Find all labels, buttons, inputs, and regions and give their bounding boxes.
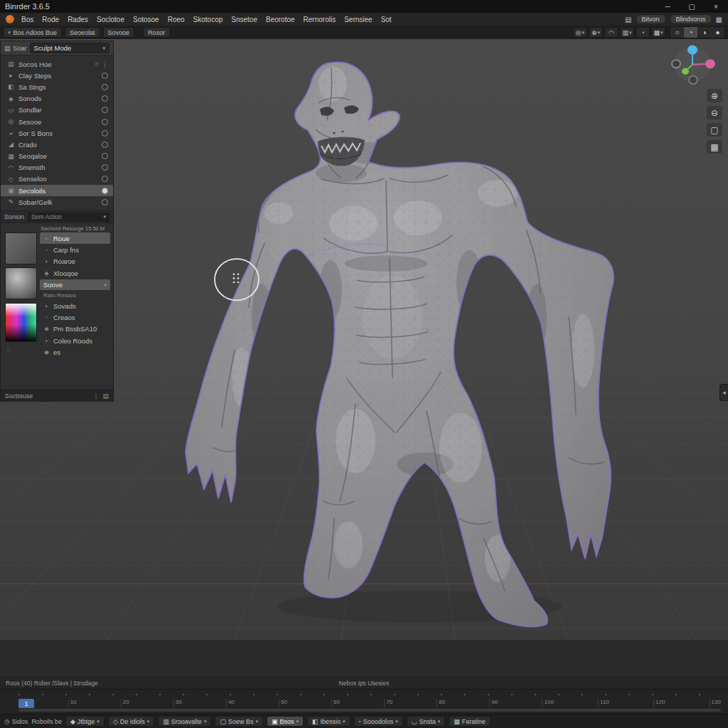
bottom-button[interactable]: ▫ Sooodolos ▾ [354,716,403,727]
menu-tab[interactable]: Sovooe [103,27,135,38]
bottom-button[interactable]: ◇ De Idiols ▾ [108,716,154,727]
menu-item[interactable]: Sot [377,16,396,23]
gizmo-z-axis[interactable] [687,45,697,54]
minimize-button[interactable]: ─ [655,0,680,13]
tool-toggle[interactable] [102,153,108,159]
tool-row[interactable]: ◇ Senseloo [1,173,113,185]
gizmo-y-axis[interactable] [682,68,689,75]
brush-option[interactable]: ▫ Carp fns [40,245,110,255]
timeline-scrollbar[interactable] [18,709,721,712]
maximize-button[interactable]: ▢ [680,0,704,13]
more-icon[interactable]: ⋮ [92,392,99,400]
tool-toggle[interactable] [102,188,108,194]
layers-icon[interactable]: ▦ [716,16,722,23]
color-picker[interactable] [5,303,37,342]
bottom-button[interactable]: ▦ Faratine [449,716,491,727]
brush-option[interactable]: ▪ Roue [40,232,110,243]
timeline-ruler[interactable]: 1 10 20 30 40 50 60 70 80 90 100 110 120… [18,699,721,707]
magnet-icon[interactable]: ◠ [604,27,619,38]
tool-row[interactable]: ◒ Sor S Bons [1,127,113,139]
menu-item[interactable]: Beorotoe [262,16,299,23]
tool-toggle[interactable] [102,95,108,102]
bottom-button[interactable]: ▥ Srooavalte ▾ [158,716,211,727]
scene-icon[interactable]: ▤ [625,16,631,23]
brush-option[interactable]: ▪ Roaroe [40,256,110,267]
brush-setting-item[interactable]: ▫ Creaos [40,312,110,323]
tool-toggle[interactable] [102,130,108,136]
brush-preview-thumbnail[interactable] [5,232,37,264]
gizmo-z-neg[interactable] [689,76,697,84]
strength-input[interactable]: Soove ▾ [40,279,110,290]
xray-icon[interactable]: ◔ [636,27,650,38]
overlays-icon[interactable]: ▥▾ [620,27,634,38]
editor-mode-tab[interactable]: ▾ Bos Adoos Bue [3,27,62,38]
tool-toggle[interactable] [102,119,108,125]
more-icon[interactable]: ⋮ [102,60,108,68]
brush-option[interactable]: ◈ Xlooqoe [40,268,110,279]
shading-rendered-icon[interactable]: ● [711,27,724,38]
reset-color-icon[interactable]: ◌ [6,345,11,353]
menu-item[interactable]: Sotosoe [129,16,164,23]
timeline-playhead[interactable]: 1 [18,699,34,708]
bottom-button[interactable]: ◆ Jtbtge ▾ [65,716,105,727]
zoom-in-icon[interactable]: ⊕ [707,89,722,102]
brush-setting-item[interactable]: ◉ es [40,347,110,358]
menu-item[interactable]: Rades [63,16,92,23]
history-icon[interactable]: ○ [95,60,99,68]
tool-toggle[interactable] [102,141,108,148]
bottom-button[interactable]: ▢ Soew Bs ▾ [215,716,263,727]
menu-item[interactable]: Rernorolis [299,16,341,23]
editor-type-icon[interactable]: ▤ [4,45,11,52]
tool-row[interactable]: ▸ Clay Steps [1,70,113,81]
menu-item[interactable]: Snsetoe [227,16,262,23]
scene-selector[interactable]: Bitvon [636,14,666,24]
tool-row[interactable]: ▦ Seoqaloe [1,151,113,162]
timeline[interactable]: 1 10 20 30 40 50 60 70 80 90 100 110 120… [0,689,728,714]
bottom-button-active[interactable]: ▣ Bsos ▾ [267,716,304,727]
menu-item[interactable]: Roeo [164,16,189,23]
list-icon[interactable]: ▤ [102,392,109,400]
gizmo-x-neg[interactable] [672,60,680,68]
mode-dropdown[interactable]: Sculpt Mode ▾ [30,43,109,53]
bottom-button[interactable]: ◧ Ibessio ▾ [307,716,350,727]
tool-row[interactable]: ✎ Sobar/Gelk [1,196,113,208]
tool-button[interactable]: Rosor [143,27,170,38]
tool-toggle[interactable] [102,73,108,79]
keying-label[interactable]: Roboils be [31,718,62,725]
menu-item[interactable]: Skotocop [189,16,228,23]
brush-setting-item[interactable]: ▪ Sovads [40,300,110,311]
tool-row[interactable]: ◢ Crado [1,139,113,150]
tool-toggle[interactable] [102,84,108,90]
snap-toggle-icon[interactable]: ⊕▾ [589,27,603,38]
tool-toggle[interactable] [102,164,108,171]
close-button[interactable]: × [704,0,728,13]
tool-row[interactable]: ▭ Sondlar [1,105,113,116]
tool-toggle[interactable] [102,199,108,205]
gizmo-toggle-icon[interactable]: ◎▾ [573,27,587,38]
sidebar-collapse-arrow[interactable]: ◂ [719,384,728,401]
blender-logo-icon[interactable] [6,15,14,23]
menu-item[interactable]: Sernsiee [340,16,376,23]
tool-row[interactable]: ◈ Sonods [1,93,113,105]
tool-row[interactable]: ▤ Socos Hoe ○⋮ [1,58,113,70]
tool-row-selected[interactable]: ▣ Secoloils [1,185,113,196]
playback-label[interactable]: ◷ Sidos [4,718,28,725]
bottom-button[interactable]: ◡ Snsta ▾ [407,716,445,727]
brush-setting-item[interactable]: ▪ Coleo Roods [40,336,110,346]
camera-view-icon[interactable]: ▢ [707,123,722,136]
gizmo-x-axis[interactable] [705,59,715,68]
menu-item[interactable]: Soclotoe [92,16,129,23]
action-input[interactable]: Sem Action ▾ [28,213,109,222]
grid-toggle-icon[interactable]: ▦ [707,140,722,154]
menu-item[interactable]: Rode [38,16,63,23]
shading-wireframe-icon[interactable]: ○ [670,27,684,38]
tool-row[interactable]: ◎ Sesooe [1,116,113,127]
tool-row[interactable]: ◧ Sa Stngs [1,81,113,92]
shading-material-icon[interactable]: ◑ [697,27,711,38]
menu-tab[interactable]: Seoeolat [65,27,100,38]
viewlayer-selector[interactable]: Blindsoros [670,14,712,24]
zoom-out-icon[interactable]: ⊖ [707,106,722,119]
matcap-sphere-thumbnail[interactable] [5,267,37,299]
menu-item[interactable]: Bos [17,16,38,23]
shading-solid-icon[interactable]: ◔ [684,27,697,38]
